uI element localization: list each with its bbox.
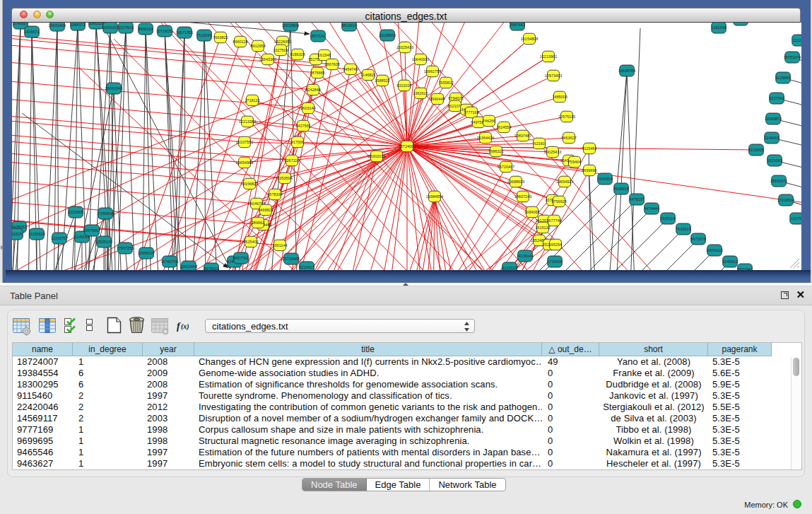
svg-text:9227342: 9227342 <box>769 96 784 100</box>
svg-text:1615132: 1615132 <box>535 226 550 230</box>
svg-text:8990448: 8990448 <box>430 97 445 101</box>
svg-text:1292346: 1292346 <box>711 25 726 30</box>
svg-text:8454749: 8454749 <box>343 67 358 71</box>
svg-text:1362615: 1362615 <box>413 91 428 95</box>
svg-text:746266: 746266 <box>483 119 495 123</box>
svg-text:2687682: 2687682 <box>510 23 524 27</box>
svg-text:2867608: 2867608 <box>324 62 339 66</box>
svg-text:6479197: 6479197 <box>629 197 644 201</box>
svg-text:1469822: 1469822 <box>258 208 273 212</box>
svg-text:2140557: 2140557 <box>13 23 28 25</box>
svg-text:1588520: 1588520 <box>375 78 389 83</box>
svg-text:9756928: 9756928 <box>551 199 566 204</box>
svg-text:15692971: 15692971 <box>770 179 787 183</box>
svg-text:19654923: 19654923 <box>556 180 573 184</box>
svg-text:15716485: 15716485 <box>283 257 300 261</box>
svg-text:19166827: 19166827 <box>241 182 258 186</box>
svg-text:16154808: 16154808 <box>521 37 538 41</box>
svg-text:1527602: 1527602 <box>118 25 133 30</box>
svg-text:12923468: 12923468 <box>180 264 197 269</box>
svg-text:(x): (x) <box>181 322 189 331</box>
svg-text:9474444: 9474444 <box>644 206 659 211</box>
svg-text:10975857: 10975857 <box>83 228 100 233</box>
svg-text:21364436: 21364436 <box>477 136 494 140</box>
svg-text:1984373: 1984373 <box>70 23 85 27</box>
svg-text:10958107: 10958107 <box>138 251 155 255</box>
svg-text:3875685: 3875685 <box>310 71 324 75</box>
svg-text:111243: 111243 <box>793 38 801 42</box>
svg-text:18724007: 18724007 <box>399 144 416 148</box>
svg-text:9242848: 9242848 <box>305 88 320 92</box>
svg-text:3624554: 3624554 <box>496 125 511 129</box>
svg-text:9146821: 9146821 <box>360 73 375 77</box>
svg-text:2935114: 2935114 <box>660 216 675 221</box>
svg-text:17957255: 17957255 <box>117 246 134 250</box>
svg-text:2718126: 2718126 <box>245 98 259 103</box>
svg-text:19654983: 19654983 <box>236 160 253 165</box>
svg-text:1244415: 1244415 <box>764 136 779 140</box>
svg-text:16648784: 16648784 <box>618 69 635 73</box>
svg-text:10025433: 10025433 <box>544 150 561 154</box>
svg-text:8578334: 8578334 <box>267 192 282 197</box>
svg-text:1677746: 1677746 <box>546 218 561 223</box>
svg-text:6322037: 6322037 <box>396 83 411 88</box>
svg-text:16543382: 16543382 <box>259 57 276 62</box>
svg-text:8966160: 8966160 <box>138 27 153 31</box>
svg-text:16782759: 16782759 <box>161 259 178 264</box>
svg-text:8912954: 8912954 <box>250 44 265 48</box>
svg-text:13325419: 13325419 <box>396 45 413 49</box>
svg-text:9777169: 9777169 <box>464 110 478 115</box>
svg-text:116753: 116753 <box>791 216 801 221</box>
svg-text:7485003: 7485003 <box>552 95 567 99</box>
svg-text:18607249: 18607249 <box>514 194 531 199</box>
svg-text:12505135: 12505135 <box>95 240 112 244</box>
svg-text:9245652: 9245652 <box>722 259 737 264</box>
svg-text:1621063: 1621063 <box>767 158 782 163</box>
svg-text:26053346: 26053346 <box>105 86 122 90</box>
svg-text:13226053: 13226053 <box>274 40 291 44</box>
svg-text:759404: 759404 <box>568 160 581 164</box>
svg-text:391519: 391519 <box>12 232 22 236</box>
svg-text:8186328: 8186328 <box>290 52 305 57</box>
svg-text:10719151: 10719151 <box>156 29 173 33</box>
svg-text:10688609: 10688609 <box>507 180 524 184</box>
svg-text:8813014: 8813014 <box>341 23 356 28</box>
svg-text:1733426: 1733426 <box>547 259 562 264</box>
svg-text:8970341: 8970341 <box>737 267 752 270</box>
svg-text:9084067: 9084067 <box>524 210 539 214</box>
svg-text:8938928: 8938928 <box>613 187 628 191</box>
svg-text:19384554: 19384554 <box>426 194 443 199</box>
svg-text:989962: 989962 <box>252 221 264 225</box>
svg-text:857224: 857224 <box>312 34 324 38</box>
svg-text:16671355: 16671355 <box>176 30 193 35</box>
svg-text:23302035: 23302035 <box>368 154 385 158</box>
svg-text:7632621: 7632621 <box>676 227 690 231</box>
svg-text:7663822: 7663822 <box>213 35 228 40</box>
svg-text:1640954: 1640954 <box>597 177 612 181</box>
svg-text:7955812: 7955812 <box>438 81 453 85</box>
svg-text:9129966: 9129966 <box>775 76 790 80</box>
svg-text:10654112: 10654112 <box>706 248 723 252</box>
svg-text:8960124: 8960124 <box>233 40 247 44</box>
svg-text:10653257: 10653257 <box>102 25 119 30</box>
svg-text:9463627: 9463627 <box>561 136 576 140</box>
svg-text:2020655: 2020655 <box>68 210 83 214</box>
svg-text:8471676: 8471676 <box>690 237 705 241</box>
svg-text:9223417: 9223417 <box>299 265 314 269</box>
svg-text:62160: 62160 <box>534 141 544 146</box>
svg-text:6794028: 6794028 <box>448 96 463 100</box>
svg-text:9457791: 9457791 <box>233 256 248 260</box>
svg-text:12213961: 12213961 <box>540 54 557 59</box>
svg-text:7625402: 7625402 <box>243 240 258 244</box>
svg-text:8215955: 8215955 <box>748 148 763 152</box>
svg-text:10107552: 10107552 <box>236 140 253 144</box>
svg-text:165254: 165254 <box>549 243 562 247</box>
svg-text:17359934: 17359934 <box>97 211 114 216</box>
svg-text:14136141: 14136141 <box>517 254 534 258</box>
svg-text:1327509: 1327509 <box>273 48 288 52</box>
svg-text:12342757: 12342757 <box>51 236 68 240</box>
svg-text:10973493: 10973493 <box>545 74 562 78</box>
svg-text:1405571: 1405571 <box>24 30 39 34</box>
svg-text:1691144: 1691144 <box>272 243 287 247</box>
svg-text:9699695: 9699695 <box>582 168 596 173</box>
